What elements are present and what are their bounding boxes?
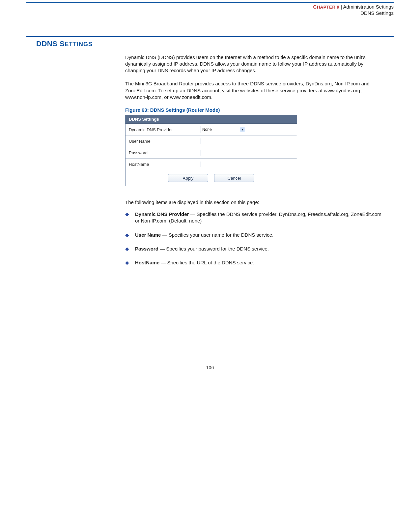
header-separator: | xyxy=(339,4,343,10)
figure-caption: Figure 63: DDNS Settings (Router Mode) xyxy=(125,107,384,113)
list-item: ◆ User Name — Specifies your user name f… xyxy=(125,232,384,238)
section-title-smallcaps: ETTINGS xyxy=(65,41,93,47)
row-username: User Name xyxy=(126,135,297,147)
figure-button-row: Apply Cancel xyxy=(126,170,297,186)
select-provider-value: None xyxy=(202,127,212,132)
label-username: User Name xyxy=(126,137,198,146)
cancel-button[interactable]: Cancel xyxy=(214,174,254,182)
page-header: CHAPTER 9 | Administration Settings DDNS… xyxy=(26,3,394,16)
input-hostname[interactable] xyxy=(201,162,201,167)
row-provider: Dynamic DNS Provider None ▾ xyxy=(126,124,297,135)
diamond-icon: ◆ xyxy=(125,212,129,216)
section-title: DDNS SETTINGS xyxy=(36,40,394,48)
row-hostname: HostName xyxy=(126,158,297,170)
list-item: ◆ Dynamic DNS Provider — Specifies the D… xyxy=(125,211,384,224)
breadcrumb-parent: Administration Settings xyxy=(343,4,394,10)
item-desc: Specifies your user name for the DDNS se… xyxy=(167,232,274,238)
item-term: Password xyxy=(135,246,158,252)
item-term: Dynamic DNS Provider xyxy=(135,211,189,217)
intro-paragraph-2: The Mini 3G Broadband Router provides ac… xyxy=(125,80,384,101)
label-provider: Dynamic DNS Provider xyxy=(126,125,198,134)
list-item: ◆ Password — Specifies your password for… xyxy=(125,246,384,252)
input-password[interactable] xyxy=(201,150,201,156)
diamond-icon: ◆ xyxy=(125,261,129,265)
figure-ddns-settings: DDNS Settings Dynamic DNS Provider None … xyxy=(125,115,297,186)
items-intro: The following items are displayed in thi… xyxy=(125,199,384,205)
breadcrumb-current: DDNS Settings xyxy=(360,10,394,16)
chevron-down-icon: ▾ xyxy=(240,127,245,132)
row-password: Password xyxy=(126,147,297,158)
page-number: – 106 – xyxy=(0,365,420,380)
apply-button[interactable]: Apply xyxy=(168,174,208,182)
item-term: User Name — xyxy=(135,232,167,238)
section-title-main: DDNS S xyxy=(36,40,65,48)
diamond-icon: ◆ xyxy=(125,233,129,237)
item-desc: — Specifies the URL of the DDNS service. xyxy=(159,260,254,265)
select-provider[interactable]: None ▾ xyxy=(201,126,246,133)
section-rule xyxy=(26,36,394,37)
chapter-label-rest: HAPTER 9 xyxy=(317,5,339,10)
input-username[interactable] xyxy=(201,138,201,144)
item-list: ◆ Dynamic DNS Provider — Specifies the D… xyxy=(125,211,384,266)
chapter-label: CHAPTER 9 xyxy=(313,4,340,10)
figure-panel-title: DDNS Settings xyxy=(126,115,297,124)
label-hostname: HostName xyxy=(126,160,198,169)
list-item: ◆ HostName — Specifies the URL of the DD… xyxy=(125,259,384,266)
chapter-label-cap: C xyxy=(313,4,317,10)
diamond-icon: ◆ xyxy=(125,247,129,251)
item-desc: — Specifies your password for the DDNS s… xyxy=(158,246,269,252)
label-password: Password xyxy=(126,148,198,157)
intro-paragraph-1: Dynamic DNS (DDNS) provides users on the… xyxy=(125,54,384,74)
item-term: HostName xyxy=(135,260,159,265)
